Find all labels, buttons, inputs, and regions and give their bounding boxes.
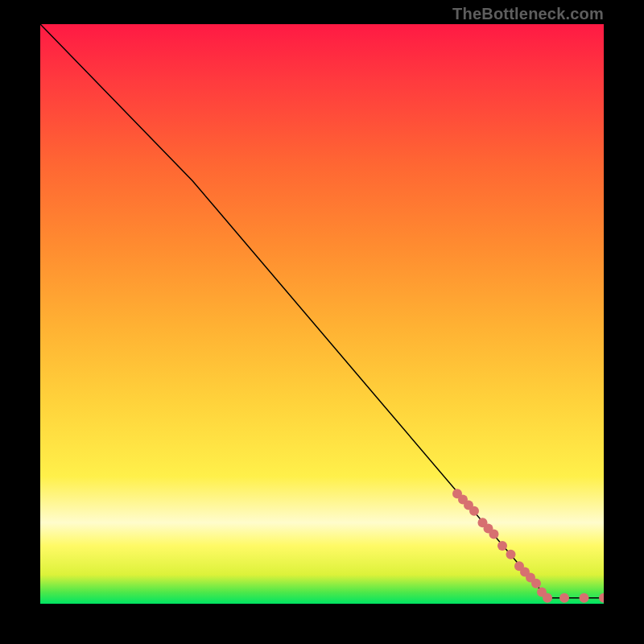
sample-point — [489, 530, 499, 539]
chart-plot-area — [40, 24, 604, 604]
bottleneck-curve — [40, 24, 604, 598]
sample-point — [497, 541, 507, 551]
sample-point — [599, 593, 604, 603]
sample-point — [580, 593, 589, 603]
attribution-label: TheBottleneck.com — [452, 5, 604, 23]
sample-point — [506, 550, 516, 559]
chart-overlay — [40, 24, 604, 604]
chart-frame: TheBottleneck.com — [0, 0, 644, 644]
sample-point — [559, 593, 569, 603]
sample-point — [543, 593, 552, 603]
sample-points-group — [452, 489, 604, 603]
sample-point — [469, 506, 479, 516]
sample-point — [531, 579, 541, 588]
